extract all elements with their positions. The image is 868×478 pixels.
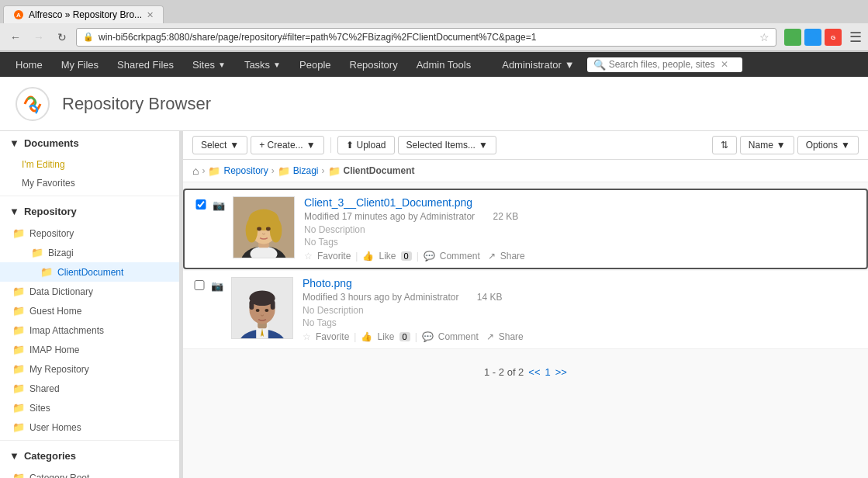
nav-admin-tools[interactable]: Admin Tools xyxy=(407,52,481,77)
sites-dropdown-arrow: ▼ xyxy=(218,61,226,69)
user-homes-folder-icon: 📁 xyxy=(12,421,25,433)
search-clear-button[interactable]: ✕ xyxy=(721,59,728,70)
file-1-favorite-icon[interactable]: ☆ xyxy=(304,251,313,262)
back-button[interactable]: ← xyxy=(6,28,25,47)
file-2-details: Photo.png Modified 3 hours ago by Admini… xyxy=(303,277,859,342)
forward-button[interactable]: → xyxy=(29,28,48,47)
file-1-camera-icon[interactable]: 📷 xyxy=(213,199,227,211)
toolbar: Select ▼ + Create... ▼ ⬆ Upload Selected… xyxy=(183,131,868,160)
file-item-2: 📷 xyxy=(183,271,868,349)
selected-items-button[interactable]: Selected Items... ▼ xyxy=(398,136,496,154)
file-2-like-label[interactable]: Like xyxy=(377,331,394,342)
file-1-description: No Description xyxy=(304,224,857,235)
active-tab[interactable]: A Alfresco » Repository Bro... ✕ xyxy=(3,5,164,23)
file-2-camera-icon[interactable]: 📷 xyxy=(211,280,225,292)
sidebar-divider-2 xyxy=(0,440,179,441)
pagination: 1 - 2 of 2 << 1 >> xyxy=(183,357,868,387)
sidebar-item-im-editing[interactable]: I'm Editing xyxy=(0,155,179,174)
svg-point-17 xyxy=(266,227,271,231)
sidebar-item-bizagi[interactable]: 📁 Bizagi xyxy=(0,243,179,262)
pagination-last[interactable]: >> xyxy=(555,366,567,378)
sidebar-item-my-repository[interactable]: 📁 My Repository xyxy=(0,359,179,379)
file-1-share-icon[interactable]: ↗ xyxy=(488,251,496,262)
sidebar-item-imap-attachments[interactable]: 📁 Imap Attachments xyxy=(0,320,179,340)
select-button[interactable]: Select ▼ xyxy=(192,136,247,154)
file-2-comment-icon[interactable]: 💬 xyxy=(422,331,434,342)
sidebar-item-repository[interactable]: 📁 Repository xyxy=(0,223,179,243)
file-1-favorite-label[interactable]: Favorite xyxy=(317,251,351,262)
nav-sites[interactable]: Sites ▼ xyxy=(183,52,235,77)
file-1-like-count: 0 xyxy=(401,251,412,261)
cat-root-folder-icon: 📁 xyxy=(12,472,25,478)
nav-home[interactable]: Home xyxy=(6,52,52,77)
ext-icon-1[interactable] xyxy=(784,29,801,46)
file-1-share-label[interactable]: Share xyxy=(500,251,525,262)
breadcrumb-bizagi[interactable]: Bizagi xyxy=(293,165,319,176)
nav-people[interactable]: People xyxy=(290,52,340,77)
sort-button[interactable]: ⇅ xyxy=(712,136,737,154)
admin-dropdown-arrow: ▼ xyxy=(565,59,575,71)
sidebar-item-imap-home[interactable]: 📁 IMAP Home xyxy=(0,340,179,359)
breadcrumb-repository[interactable]: Repository xyxy=(223,165,268,176)
nav-tasks[interactable]: Tasks ▼ xyxy=(235,52,290,77)
sidebar-item-guest-home[interactable]: 📁 Guest Home xyxy=(0,301,179,320)
file-1-name[interactable]: Client_3__Client01_Document.png xyxy=(304,196,857,209)
my-repo-folder-icon: 📁 xyxy=(12,363,25,375)
file-1-checkbox[interactable] xyxy=(194,199,208,210)
file-2-share-label[interactable]: Share xyxy=(499,331,524,342)
url-input[interactable] xyxy=(99,32,755,43)
categories-header[interactable]: ▼ Categories xyxy=(0,444,179,468)
sidebar-item-client-document[interactable]: 📁 ClientDocument xyxy=(0,262,179,282)
selected-items-dropdown-arrow: ▼ xyxy=(479,140,488,151)
file-2-checkbox[interactable] xyxy=(192,280,206,290)
browser-menu-button[interactable]: ☰ xyxy=(849,29,862,46)
tab-favicon: A xyxy=(13,9,24,20)
sidebar-item-my-favorites[interactable]: My Favorites xyxy=(0,174,179,192)
pagination-current[interactable]: 1 xyxy=(545,366,551,378)
options-button[interactable]: Options ▼ xyxy=(797,136,859,154)
search-input[interactable] xyxy=(609,59,718,70)
name-sort-button[interactable]: Name ▼ xyxy=(740,136,794,154)
repository-header[interactable]: ▼ Repository xyxy=(0,199,179,223)
file-2-favorite-icon[interactable]: ☆ xyxy=(303,331,311,342)
sidebar-item-category-root[interactable]: 📁 Category Root xyxy=(0,468,179,478)
documents-arrow: ▼ xyxy=(9,137,19,149)
breadcrumb-home-icon[interactable]: ⌂ xyxy=(192,165,199,177)
tab-close-button[interactable]: ✕ xyxy=(147,10,154,20)
file-1-like-label[interactable]: Like xyxy=(379,251,396,262)
sidebar-item-user-homes[interactable]: 📁 User Homes xyxy=(0,417,179,437)
file-2-comment-label[interactable]: Comment xyxy=(438,331,479,342)
file-2-favorite-label[interactable]: Favorite xyxy=(316,331,349,342)
search-bar: 🔍 ✕ xyxy=(587,57,742,72)
options-dropdown-arrow: ▼ xyxy=(841,140,850,151)
file-item-1: 📷 xyxy=(183,189,868,269)
nav-shared-files[interactable]: Shared Files xyxy=(108,52,183,77)
ext-icon-2[interactable] xyxy=(804,29,821,46)
file-1-comment-icon[interactable]: 💬 xyxy=(424,251,435,262)
create-button[interactable]: + Create... ▼ xyxy=(251,136,323,154)
refresh-button[interactable]: ↻ xyxy=(53,28,71,47)
nav-repository[interactable]: Repository xyxy=(341,52,407,77)
repo-folder-icon: 📁 xyxy=(12,227,25,239)
documents-header[interactable]: ▼ Documents xyxy=(0,131,179,155)
sidebar: ▼ Documents I'm Editing My Favorites ▼ R… xyxy=(0,131,180,478)
app-header: Repository Browser xyxy=(0,77,868,131)
tasks-dropdown-arrow: ▼ xyxy=(273,61,281,69)
toolbar-sep-1 xyxy=(330,137,331,153)
file-2-description: No Description xyxy=(303,305,859,316)
sidebar-item-shared[interactable]: 📁 Shared xyxy=(0,379,179,398)
bookmark-icon[interactable]: ☆ xyxy=(759,31,769,43)
pagination-first[interactable]: << xyxy=(528,366,540,378)
file-1-comment-label[interactable]: Comment xyxy=(440,251,480,262)
file-2-like-icon[interactable]: 👍 xyxy=(361,331,372,342)
upload-button[interactable]: ⬆ Upload xyxy=(337,136,395,154)
sidebar-item-sites[interactable]: 📁 Sites xyxy=(0,398,179,417)
admin-user-menu[interactable]: Administrator ▼ xyxy=(496,54,580,75)
nav-my-files[interactable]: My Files xyxy=(52,52,108,77)
sidebar-item-data-dictionary[interactable]: 📁 Data Dictionary xyxy=(0,282,179,301)
file-2-share-icon[interactable]: ↗ xyxy=(486,331,494,342)
ext-icon-3[interactable]: G xyxy=(825,29,842,46)
file-2-name[interactable]: Photo.png xyxy=(303,277,859,289)
file-1-like-icon[interactable]: 👍 xyxy=(362,251,374,262)
file-1-tags: No Tags xyxy=(304,237,857,248)
